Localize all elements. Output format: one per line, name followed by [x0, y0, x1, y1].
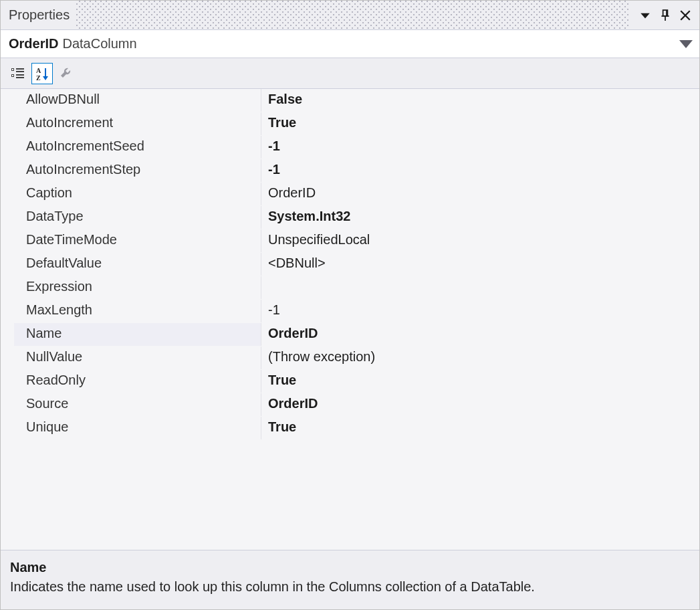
- panel-title: Properties: [9, 7, 70, 23]
- property-value[interactable]: -1: [261, 300, 699, 322]
- chevron-down-icon: [639, 9, 651, 21]
- property-row[interactable]: NameOrderID: [1, 323, 699, 346]
- property-value[interactable]: False: [261, 89, 699, 112]
- property-row[interactable]: DateTimeModeUnspecifiedLocal: [1, 229, 699, 253]
- svg-marker-19: [43, 76, 48, 80]
- property-row[interactable]: MaxLength-1: [1, 300, 699, 323]
- alphabetical-button[interactable]: A Z: [31, 63, 53, 84]
- svg-marker-7: [679, 40, 693, 48]
- property-value[interactable]: -1: [261, 159, 699, 182]
- categorized-icon: [11, 66, 25, 81]
- categorized-button[interactable]: [7, 63, 29, 84]
- property-row[interactable]: AutoIncrementTrue: [1, 112, 699, 136]
- svg-text:Z: Z: [36, 74, 41, 81]
- property-grid[interactable]: AllowDBNullFalseAutoIncrementTrueAutoInc…: [1, 89, 699, 550]
- svg-marker-0: [640, 13, 650, 18]
- property-name: MaxLength: [14, 300, 261, 322]
- description-title: Name: [10, 560, 690, 575]
- property-row[interactable]: UniqueTrue: [1, 417, 699, 440]
- property-name: Caption: [14, 183, 261, 205]
- property-name: AutoIncrementStep: [14, 159, 261, 182]
- property-row[interactable]: CaptionOrderID: [1, 183, 699, 206]
- svg-rect-9: [12, 69, 13, 70]
- properties-panel: Properties OrderID DataColumn: [0, 0, 700, 610]
- property-name: Source: [14, 393, 261, 416]
- close-button[interactable]: [675, 5, 695, 25]
- pin-icon: [659, 9, 671, 21]
- object-dropdown-button[interactable]: [678, 36, 694, 52]
- description-text: Indicates the name used to look up this …: [10, 579, 690, 595]
- window-position-button[interactable]: [635, 5, 655, 25]
- property-row[interactable]: NullValue(Throw exception): [1, 346, 699, 370]
- property-row[interactable]: AllowDBNullFalse: [1, 89, 699, 112]
- property-value[interactable]: <DBNull>: [261, 253, 699, 276]
- object-type: DataColumn: [62, 36, 136, 52]
- property-value[interactable]: OrderID: [261, 183, 699, 205]
- property-value[interactable]: UnspecifiedLocal: [261, 229, 699, 252]
- property-value[interactable]: -1: [261, 136, 699, 159]
- svg-rect-2: [666, 10, 667, 16]
- property-name: Name: [14, 323, 261, 346]
- property-name: AllowDBNull: [14, 89, 261, 112]
- property-value[interactable]: OrderID: [261, 323, 699, 346]
- description-pane: Name Indicates the name used to look up …: [1, 550, 699, 609]
- property-row[interactable]: DefaultValue<DBNull>: [1, 253, 699, 276]
- property-toolbar: A Z: [1, 58, 699, 89]
- property-value[interactable]: OrderID: [261, 393, 699, 416]
- property-name: AutoIncrement: [14, 112, 261, 135]
- property-pages-button[interactable]: [55, 63, 77, 84]
- close-icon: [679, 9, 691, 21]
- property-name: DateTimeMode: [14, 229, 261, 252]
- object-name: OrderID: [9, 36, 58, 52]
- property-value[interactable]: (Throw exception): [261, 346, 699, 369]
- property-value[interactable]: System.Int32: [261, 206, 699, 229]
- property-row[interactable]: AutoIncrementStep-1: [1, 159, 699, 183]
- alphabetical-icon: A Z: [35, 66, 49, 81]
- property-value[interactable]: True: [261, 112, 699, 135]
- object-selector[interactable]: OrderID DataColumn: [1, 30, 699, 58]
- property-name: Unique: [14, 417, 261, 439]
- property-row[interactable]: Expression: [1, 276, 699, 300]
- svg-rect-13: [12, 75, 13, 76]
- svg-text:A: A: [36, 67, 41, 74]
- titlebar-grip[interactable]: [76, 1, 628, 29]
- property-value[interactable]: True: [261, 370, 699, 393]
- property-row[interactable]: SourceOrderID: [1, 393, 699, 417]
- property-name: DefaultValue: [14, 253, 261, 276]
- property-name: DataType: [14, 206, 261, 229]
- property-name: ReadOnly: [14, 370, 261, 393]
- property-name: NullValue: [14, 346, 261, 369]
- property-name: Expression: [14, 276, 261, 299]
- chevron-down-icon: [678, 36, 694, 52]
- property-name: AutoIncrementSeed: [14, 136, 261, 159]
- property-value[interactable]: [261, 276, 699, 299]
- titlebar: Properties: [1, 1, 699, 30]
- property-value[interactable]: True: [261, 417, 699, 439]
- auto-hide-button[interactable]: [655, 5, 675, 25]
- property-row[interactable]: ReadOnlyTrue: [1, 370, 699, 393]
- property-row[interactable]: AutoIncrementSeed-1: [1, 136, 699, 159]
- property-row[interactable]: DataTypeSystem.Int32: [1, 206, 699, 229]
- wrench-icon: [59, 66, 74, 81]
